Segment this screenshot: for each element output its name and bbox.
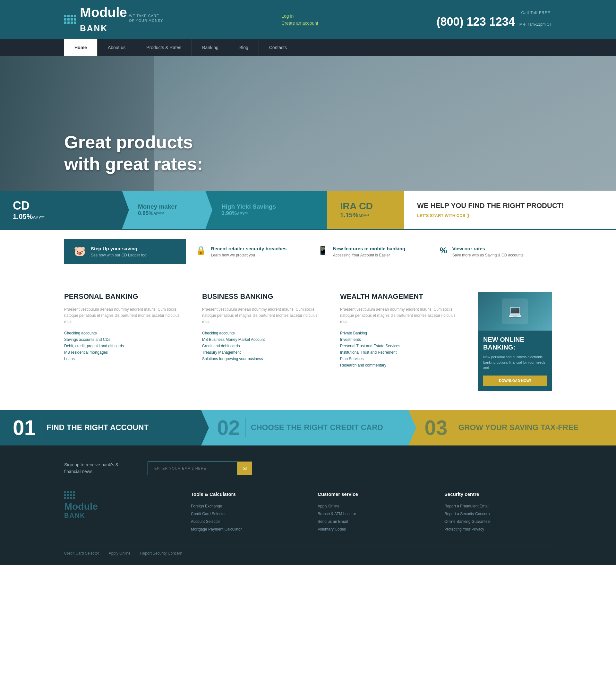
tools-link-2[interactable]: Account Selector — [191, 519, 220, 524]
nav-contacts[interactable]: Contacts — [259, 39, 297, 56]
site-footer: Sign up to receive bank's & financial ne… — [0, 445, 616, 565]
business-title: BUSINESS BANKING — [202, 292, 324, 301]
nav-home[interactable]: Home — [64, 39, 98, 56]
info-item-mobile: 📱 New features in mobile banking Accessi… — [308, 239, 430, 264]
wealth-title: WEALTH MANAGEMENT — [340, 292, 462, 301]
security-link-3[interactable]: Protecting Your Privacy — [444, 527, 484, 532]
security-link-2[interactable]: Online Banking Guarantee — [444, 519, 490, 524]
business-banking-col: BUSINESS BANKING Praesent vestibulum aen… — [202, 292, 324, 391]
ira-value: 1.15%APY** — [340, 212, 391, 219]
step-3[interactable]: 03 GROW YOUR SAVING TAX-FREE — [408, 410, 616, 445]
hys-value: 0.90%APY** — [221, 210, 311, 217]
business-link-0[interactable]: Checking accounts — [202, 330, 324, 336]
rate-hys: High Yield Savings 0.90%APY** — [205, 191, 327, 229]
logo-module: Module — [80, 6, 127, 19]
piggy-icon: 🐷 — [74, 245, 86, 257]
business-desc: Praesent vestibulum aenean noummy endren… — [202, 307, 324, 325]
ob-image: 💻 — [478, 292, 552, 331]
logo-dots-grid — [64, 15, 76, 24]
footer-logo-col: Module BANK — [64, 491, 172, 533]
footer-tools-col: Tools & Calculators Foreign Exchange Cre… — [191, 491, 298, 533]
personal-link-0[interactable]: Checking accounts — [64, 330, 186, 336]
info-item3-desc: Save more with us Saving & CD accounts — [452, 253, 524, 257]
wealth-link-1[interactable]: Investments — [340, 336, 462, 343]
step-2[interactable]: 02 CHOOSE THE RIGHT CREDIT CARD — [201, 410, 409, 445]
business-link-3[interactable]: Treasury Management — [202, 349, 324, 356]
customer-link-3[interactable]: Voluntary Codes — [318, 527, 346, 532]
security-link-0[interactable]: Report a Fraudulent Email — [444, 504, 489, 509]
email-input[interactable] — [148, 461, 237, 475]
nav-about[interactable]: About us — [98, 39, 136, 56]
footer-security-col: Security centre Report a Fraudulent Emai… — [444, 491, 552, 533]
wealth-link-4[interactable]: Plan Services — [340, 356, 462, 362]
ob-download-btn[interactable]: DOWNLOAD NOW! — [483, 375, 547, 386]
bottom-link-0[interactable]: Credit Card Selector — [64, 551, 99, 556]
mobile-icon: 📱 — [318, 245, 328, 255]
mm-label: Money maker — [138, 203, 189, 210]
main-nav: Home About us Products & Rates Banking B… — [0, 39, 616, 56]
hours-text: M-F 7am-11pm CT — [519, 22, 552, 27]
step2-number: 02 — [217, 418, 240, 438]
header-phone: Call Toll FREE: (800) 123 1234 M-F 7am-1… — [437, 11, 552, 28]
tools-link-0[interactable]: Foreign Exchange — [191, 504, 222, 509]
nav-products[interactable]: Products & Rates — [136, 39, 192, 56]
bottom-link-2[interactable]: Report Security Concern — [140, 551, 182, 556]
footer-columns: Module BANK Tools & Calculators Foreign … — [64, 491, 552, 533]
header-account-links: Log in Create an account — [281, 13, 318, 26]
info-item2-title: New features in mobile banking — [333, 245, 405, 252]
email-submit-btn[interactable]: ✉ — [237, 461, 252, 475]
steps-bar: 01 FIND THE RIGHT ACCOUNT 02 CHOOSE THE … — [0, 410, 616, 445]
rate-ira: IRA CD 1.15%APY** — [327, 191, 404, 229]
wealth-link-5[interactable]: Research and commentary — [340, 362, 462, 368]
wealth-link-3[interactable]: Institutional Trust and Retirement — [340, 349, 462, 356]
personal-links-list: Checking accounts Savings accounts and C… — [64, 330, 186, 362]
wealth-link-0[interactable]: Private Banking — [340, 330, 462, 336]
customer-link-2[interactable]: Send us an Email — [318, 519, 348, 524]
nav-banking[interactable]: Banking — [192, 39, 229, 56]
customer-link-0[interactable]: Apply Online — [318, 504, 340, 509]
personal-link-3[interactable]: MB residential mortgages — [64, 349, 186, 356]
email-form: ✉ — [148, 461, 252, 475]
bottom-link-1[interactable]: Apply Online — [109, 551, 131, 556]
footer-bottom: Credit Card Selector Apply Online Report… — [64, 546, 552, 556]
tools-link-1[interactable]: Credit Card Selector — [191, 512, 226, 516]
tools-link-3[interactable]: Mortgage Payment Calculator — [191, 527, 242, 532]
personal-link-2[interactable]: Debit, credit, prepaid and gift cards — [64, 343, 186, 349]
cta-link[interactable]: LET'S START WITH CDS ❯ — [417, 213, 603, 218]
rates-bar: CD 1.05%APY** Money maker 0.85%APY** Hig… — [0, 191, 616, 229]
info-item0-desc: See how with our CD Ladder tool — [91, 253, 147, 257]
info-item1-title: Recent retailer security breaches — [211, 245, 287, 252]
business-link-2[interactable]: Credit and debit cards — [202, 343, 324, 349]
personal-link-1[interactable]: Savings accounts and CDs — [64, 336, 186, 343]
customer-link-1[interactable]: Branch & ATM Locator — [318, 512, 356, 516]
step1-label: FIND THE RIGHT ACCOUNT — [46, 423, 148, 432]
personal-link-4[interactable]: Loans — [64, 356, 186, 362]
ira-label: IRA CD — [340, 201, 391, 212]
step-1[interactable]: 01 FIND THE RIGHT ACCOUNT — [0, 410, 201, 445]
nav-blog[interactable]: Blog — [229, 39, 259, 56]
percent-icon: % — [440, 245, 447, 255]
info-item3-title: View our rates — [452, 245, 524, 252]
personal-banking-col: PERSONAL BANKING Praesent vestibulum aen… — [64, 292, 186, 391]
business-link-1[interactable]: MB Business Money Market Account — [202, 336, 324, 343]
step3-label: GROW YOUR SAVING TAX-FREE — [459, 423, 579, 432]
logo-text: Module WE TAKE CAREOF YOUR MONEY BANK — [80, 6, 163, 33]
customer-title: Customer service — [318, 491, 425, 497]
business-link-4[interactable]: Solutions for growing your business — [202, 356, 324, 362]
wealth-desc: Praesent vestibulum aenean noummy endren… — [340, 307, 462, 325]
info-item0-title: Step Up your saving — [91, 245, 147, 252]
hero-content: Great productswith great rates: — [64, 131, 203, 174]
login-link[interactable]: Log in — [281, 13, 318, 19]
footer-bottom-links: Credit Card Selector Apply Online Report… — [64, 551, 182, 556]
create-account-link[interactable]: Create an account — [281, 20, 318, 26]
cd-label: CD — [13, 199, 109, 213]
footer-logo-module: Module — [64, 501, 172, 512]
business-links-list: Checking accounts MB Business Money Mark… — [202, 330, 324, 362]
security-link-1[interactable]: Report a Security Concern — [444, 512, 490, 516]
personal-desc: Praesent vestibulum aenean noummy endren… — [64, 307, 186, 325]
toll-free-label: Call Toll FREE: — [437, 11, 552, 15]
email-send-icon: ✉ — [243, 465, 247, 471]
site-header: Module WE TAKE CAREOF YOUR MONEY BANK Lo… — [0, 0, 616, 39]
wealth-link-2[interactable]: Personal Trust and Estate Services — [340, 343, 462, 349]
security-title: Security centre — [444, 491, 552, 497]
